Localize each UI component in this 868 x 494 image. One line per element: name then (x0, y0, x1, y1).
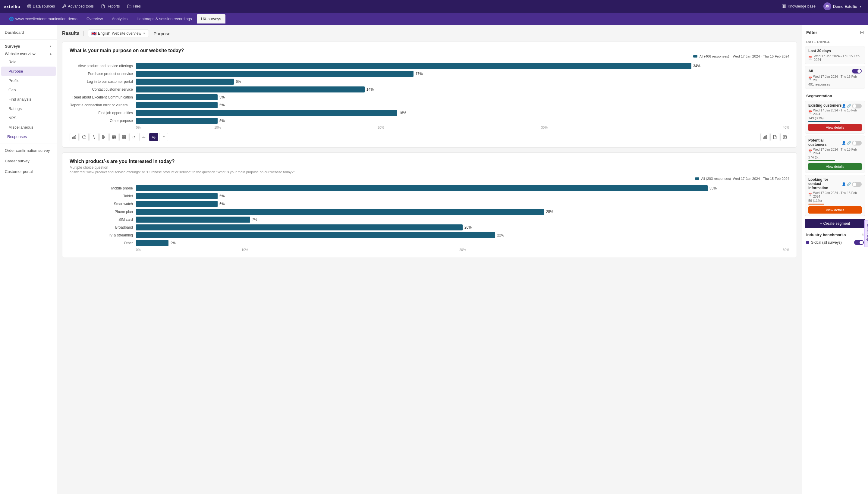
files-btn[interactable]: Files (124, 3, 144, 10)
bar-label: Broadband (70, 225, 136, 230)
sidebar-item-role[interactable]: Role (1, 57, 56, 66)
person-icon[interactable]: 👤 (842, 104, 846, 108)
filter-title: Filter (806, 30, 817, 35)
sidebar-item-miscellaneous[interactable]: Miscellaneous (1, 122, 56, 132)
sidebar-item-responses[interactable]: Responses (0, 132, 57, 141)
sidebar-customer-portal[interactable]: Customer portal (0, 166, 57, 177)
segment-icons: 👤 🔗 (842, 182, 862, 187)
website-overview-label: Website overview (5, 52, 36, 56)
ctrl-grid[interactable] (119, 133, 128, 141)
ctrl-table[interactable] (109, 133, 118, 141)
ctrl-export-prev[interactable]: ⇐ (139, 133, 148, 141)
person-icon[interactable]: 👤 (842, 141, 846, 145)
info-icon[interactable]: ℹ (862, 233, 864, 237)
sidebar-item-nps[interactable]: NPS (1, 113, 56, 122)
sidebar-dashboard[interactable]: Dashboard (0, 27, 57, 38)
filter-all-card: All 📅 Wed 17 Jan 2024 - Thu 15 Feb 20...… (805, 66, 865, 89)
reports-btn[interactable]: Reports (98, 3, 123, 10)
need-help-tab[interactable]: Need Help? (864, 220, 868, 247)
svg-rect-2 (783, 5, 785, 8)
link-icon[interactable]: 🔗 (847, 182, 851, 186)
bar-row: Report a connection error or vulnerabi..… (70, 102, 789, 108)
toggle-all[interactable] (852, 69, 862, 74)
ctrl-hash[interactable]: # (159, 133, 168, 141)
view-details-existing[interactable]: View details (808, 124, 862, 131)
ctrl-pie-chart[interactable] (79, 133, 89, 141)
bar-value: 5% (219, 202, 224, 206)
bar-row: TV & streaming 22% (70, 232, 789, 238)
bar-label: View product and service offerings (70, 64, 136, 68)
sidebar-career-survey[interactable]: Career survey (0, 156, 57, 166)
bar-fill (136, 110, 397, 116)
tab-heatmaps[interactable]: Heatmaps & session recordings (132, 14, 196, 23)
bar-label: Smartwatch (70, 202, 136, 206)
logo[interactable]: extellio (4, 4, 20, 9)
cal-icon: 📅 (808, 193, 812, 197)
filter-all-count: 491 responses (808, 82, 862, 86)
view-details-contact[interactable]: View details (808, 206, 862, 213)
sidebar-website-overview[interactable]: Website overview ▲ (0, 50, 57, 57)
ctrl-line-chart[interactable] (90, 133, 98, 141)
bar-value: 5% (219, 194, 224, 198)
sub-nav-domain[interactable]: 🌐 www.excellentcommunication.demo (5, 14, 82, 23)
filter-all-row: All (808, 69, 862, 74)
tab-overview[interactable]: Overview (82, 14, 107, 23)
ctrl-bar-h[interactable] (99, 133, 109, 141)
bar-fill (136, 63, 691, 69)
ctrl-dl-bar[interactable] (760, 133, 770, 141)
tab-analytics[interactable]: Analytics (108, 14, 132, 23)
ctrl-dl-file[interactable] (770, 133, 779, 141)
link-icon[interactable]: 🔗 (847, 141, 851, 145)
sidebar-item-ratings[interactable]: Ratings (1, 104, 56, 113)
ctrl-percent[interactable]: % (149, 133, 158, 141)
language-selector[interactable]: 🇬🇧 English Website overview ▼ (88, 30, 149, 37)
person-icon[interactable]: 👤 (842, 182, 846, 186)
bar-fill (136, 224, 463, 230)
toggle-potential[interactable] (852, 141, 862, 146)
toggle-existing[interactable] (852, 103, 862, 109)
bar-value: 6% (236, 79, 241, 84)
user-menu[interactable]: JM Demo Extellio ▼ (821, 1, 864, 12)
advanced-tools-btn[interactable]: Advanced tools (59, 3, 96, 10)
calendar-icon: 📅 (808, 56, 813, 60)
svg-rect-5 (74, 136, 74, 138)
link-icon[interactable]: 🔗 (847, 104, 851, 108)
ctrl-dl-img[interactable] (780, 133, 789, 141)
axis-labels: 0% 10% 20% 30% 40% (136, 126, 789, 129)
segment-potential: Potential customers 👤 🔗 📅 Wed 17 Jan 202… (805, 136, 865, 173)
bar-chart-2: Mobile phone 35% Tablet 5% Smartwatch (70, 185, 789, 251)
segment-bar-contact (808, 204, 824, 205)
chart-right-controls (760, 133, 789, 141)
bar-fill (136, 71, 413, 77)
date-range-card[interactable]: Last 30 days 📅 Wed 17 Jan 2024 - Thu 15 … (805, 46, 865, 64)
sidebar-order-confirmation[interactable]: Order confirmation survey (0, 145, 57, 156)
tab-ux-surveys[interactable]: UX-surveys (197, 14, 225, 23)
toggle-contact[interactable] (852, 182, 862, 187)
ctrl-refresh[interactable]: ↺ (129, 133, 138, 141)
bar-label: Find job opportunities (70, 111, 136, 115)
view-details-potential[interactable]: View details (808, 163, 862, 170)
svg-rect-7 (103, 136, 104, 136)
toggle-global[interactable] (854, 240, 864, 245)
ctrl-bar-chart[interactable] (70, 133, 79, 141)
results-label: Results (62, 31, 79, 36)
sub-nav: 🌐 www.excellentcommunication.demo Overvi… (0, 13, 868, 25)
filter-adjust-icon[interactable]: ⊟ (860, 30, 864, 35)
chevron-up-icon: ▲ (49, 44, 52, 48)
tab-analytics-label: Analytics (112, 17, 128, 21)
sidebar-item-profile[interactable]: Profile (1, 76, 56, 85)
industry-benchmarks-row: Industry benchmarks ℹ (802, 231, 868, 239)
sidebar-item-geo[interactable]: Geo (1, 85, 56, 95)
data-sources-btn[interactable]: Data sources (24, 3, 58, 10)
create-segment-btn[interactable]: + Create segment (805, 219, 865, 228)
bar-label: Phone plan (70, 210, 136, 214)
tab-ux-surveys-label: UX-surveys (201, 17, 221, 21)
sidebar-item-find-analysis[interactable]: Find analysis (1, 95, 56, 104)
bar-label: TV & streaming (70, 233, 136, 238)
bar-label: Tablet (70, 194, 136, 198)
sidebar-item-purpose[interactable]: Purpose (1, 66, 56, 76)
sidebar-surveys-section[interactable]: Surveys ▲ (0, 42, 57, 50)
global-row: Global (all surveys) (802, 239, 868, 246)
segment-icons: 👤 🔗 (842, 141, 862, 146)
knowledge-base-btn[interactable]: Knowledge base (779, 3, 818, 10)
